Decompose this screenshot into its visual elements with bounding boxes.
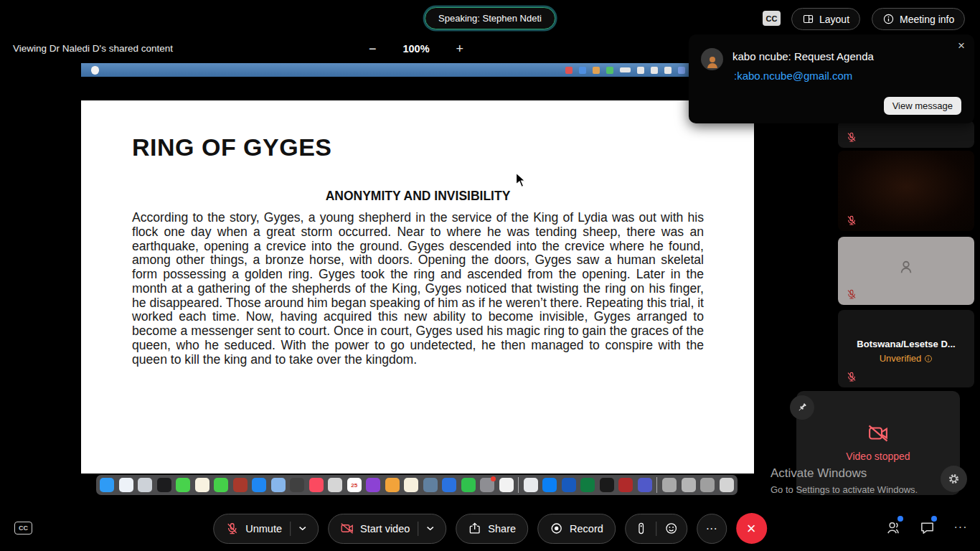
captions-toggle-button[interactable]: CC <box>14 522 32 534</box>
dock-chrome-icon <box>524 478 538 492</box>
zoom-in-button[interactable]: + <box>456 42 463 55</box>
dock-calculator-icon <box>290 478 304 492</box>
dock-divider <box>656 477 657 493</box>
tools-group <box>625 514 687 544</box>
dock-display-2-icon <box>682 478 696 492</box>
participant-tile[interactable] <box>838 151 974 231</box>
shared-content-region: RING OF GYGES ANONYMITY AND INVISIBILITY… <box>81 63 754 497</box>
control-bar: Unmute Start video Share <box>213 513 767 544</box>
dock-display-1-icon <box>662 478 677 492</box>
video-stopped-label: Video stopped <box>796 451 960 462</box>
dock-settings-icon <box>480 478 494 492</box>
notification-email-link[interactable]: :kabo.ncube@gmail.com <box>734 70 852 82</box>
start-video-label: Start video <box>360 523 410 534</box>
dock-files-icon <box>423 478 438 492</box>
share-icon <box>468 522 481 535</box>
viewing-shared-content-label: Viewing Dr Naledi D's shared content <box>13 43 173 54</box>
dock-launchpad-icon <box>138 478 152 492</box>
notification-title: kabo ncube: Request Agenda <box>732 50 874 62</box>
more-options-button[interactable]: ··· <box>697 514 727 544</box>
dock-calendar-icon: 25 <box>347 478 362 492</box>
meeting-info-button[interactable]: Meeting info <box>872 8 965 30</box>
reactions-icon[interactable] <box>664 522 678 535</box>
pin-icon <box>796 402 808 413</box>
participants-icon <box>885 519 902 536</box>
dock-safari-icon <box>119 478 133 492</box>
participant-tile[interactable] <box>838 121 974 148</box>
more-panels-button[interactable]: ··· <box>951 518 970 537</box>
chevron-down-icon[interactable] <box>298 526 306 531</box>
dock-wikipedia-icon <box>600 478 614 492</box>
view-message-button[interactable]: View message <box>884 97 961 115</box>
apple-logo-icon <box>91 66 99 75</box>
settings-gear-button[interactable] <box>941 466 967 492</box>
record-button[interactable]: Record <box>537 514 616 544</box>
dock-divider <box>518 477 519 493</box>
more-icon: ··· <box>954 521 968 534</box>
participant-tile[interactable] <box>838 237 974 305</box>
chevron-down-icon[interactable] <box>426 526 434 531</box>
participant-status: Unverified <box>838 353 974 364</box>
notification-dot <box>897 516 903 522</box>
dock-notes-2-icon <box>404 478 418 492</box>
dock-maps-icon <box>271 478 286 492</box>
chat-icon <box>919 519 936 536</box>
mouse-cursor <box>515 172 529 188</box>
person-icon <box>704 53 721 70</box>
info-icon <box>882 13 895 25</box>
self-view-tile[interactable]: Video stopped <box>796 391 960 495</box>
mac-menu-bar <box>81 63 754 77</box>
divider <box>290 522 291 536</box>
layout-button[interactable]: Layout <box>791 8 860 30</box>
chat-panel-button[interactable] <box>918 518 936 537</box>
leave-meeting-button[interactable]: × <box>736 513 767 544</box>
dock: 25 <box>96 475 738 495</box>
messages-icon <box>606 67 613 74</box>
zoom-controls: − 100% + <box>369 39 463 58</box>
captions-on-badge[interactable]: CC <box>763 11 781 26</box>
close-icon[interactable]: × <box>958 39 965 53</box>
dock-messages-icon <box>176 478 190 492</box>
siri-icon <box>678 67 685 74</box>
dock-teams-icon <box>638 478 652 492</box>
video-stopped-icon <box>867 423 889 444</box>
zoom-level: 100% <box>402 43 429 55</box>
dock-apple-tv-icon <box>157 478 171 492</box>
wifi-icon <box>637 67 644 74</box>
control-center-icon <box>664 67 672 74</box>
video-off-icon <box>340 522 354 535</box>
mic-muted-icon <box>846 131 857 143</box>
record-label: Record <box>570 523 603 534</box>
participant-tile[interactable]: Botswana/Lesetse D... Unverified <box>838 310 974 387</box>
document-subtitle: ANONYMITY AND INVISIBILITY <box>132 189 704 204</box>
notification-toast: kabo ncube: Request Agenda :kabo.ncube@g… <box>689 34 974 123</box>
active-speaker-label: Speaking: Stephen Ndeti <box>438 13 542 24</box>
meeting-info-label: Meeting info <box>900 14 954 25</box>
dock-excel-icon <box>580 478 595 492</box>
pencil-icon <box>593 67 600 74</box>
remote-control-icon[interactable] <box>634 522 648 535</box>
dock-finder-icon <box>100 478 114 492</box>
dock-photos-icon <box>499 478 514 492</box>
unmute-button[interactable]: Unmute <box>213 514 319 544</box>
pin-button[interactable] <box>790 395 814 420</box>
participants-panel-button[interactable] <box>884 518 903 537</box>
dock-numbers-icon <box>461 478 476 492</box>
document-title: RING OF GYGES <box>132 133 704 161</box>
unmute-label: Unmute <box>245 523 282 534</box>
unverified-info-icon <box>924 354 933 363</box>
share-button[interactable]: Share <box>456 514 528 544</box>
dock-app-store-icon <box>542 478 557 492</box>
dock-trash-icon <box>720 478 734 492</box>
battery-icon <box>620 67 631 72</box>
avatar <box>701 48 723 70</box>
share-label: Share <box>488 523 516 534</box>
start-video-button[interactable]: Start video <box>328 514 446 544</box>
mic-muted-icon <box>225 522 239 535</box>
mic-muted-icon <box>846 215 857 226</box>
active-speaker-banner: Speaking: Stephen Ndeti <box>425 7 555 29</box>
document-body: According to the story, Gyges, a young s… <box>132 211 704 367</box>
menubar-status-icons <box>565 63 685 77</box>
shared-document: RING OF GYGES ANONYMITY AND INVISIBILITY… <box>81 100 754 474</box>
zoom-out-button[interactable]: − <box>369 42 377 55</box>
